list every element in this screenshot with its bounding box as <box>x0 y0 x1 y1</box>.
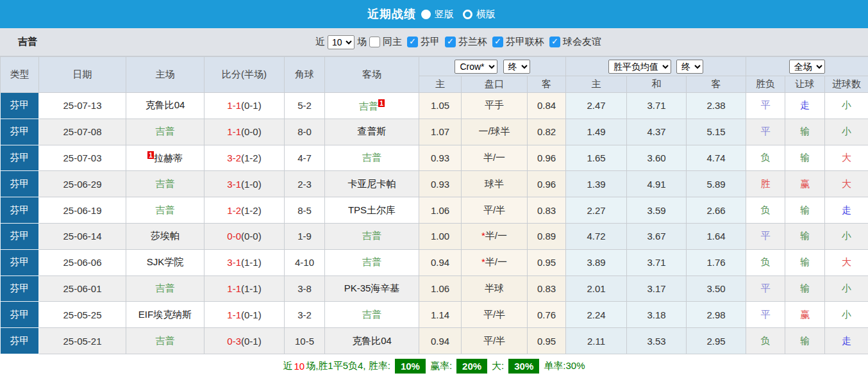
league1-label[interactable]: 芬甲 <box>421 36 440 48</box>
avg-away-odds: 2.38 <box>687 93 746 119</box>
same-home-label[interactable]: 同主 <box>383 36 402 48</box>
fulltime-score: 1-1 <box>227 126 241 137</box>
score-cell: 3-1(1-1) <box>204 249 285 275</box>
col-header-home: 主场 <box>126 57 204 93</box>
horizontal-layout-radio[interactable] <box>463 10 472 19</box>
home-team-name[interactable]: EIF埃克纳斯 <box>138 309 192 320</box>
leaguecup-checkbox[interactable] <box>492 37 503 47</box>
away-team-name[interactable]: 吉普 <box>362 309 381 320</box>
away-team-cell[interactable]: 吉普1 <box>325 93 419 119</box>
avg-select-group: 胜平负均值 终 <box>566 57 746 76</box>
horizontal-layout-label[interactable]: 横版 <box>476 8 496 21</box>
away-team-cell[interactable]: 吉普 <box>325 302 419 328</box>
friendly-checkbox[interactable] <box>549 37 560 47</box>
layout-radio-group: 竖版 横版 <box>421 8 501 21</box>
home-team-cell[interactable]: 吉普 <box>126 197 204 224</box>
home-team-name[interactable]: SJK学院 <box>147 256 184 267</box>
league1-checkbox[interactable] <box>407 37 418 47</box>
home-team-name[interactable]: 莎埃帕 <box>151 230 179 241</box>
vertical-layout-label[interactable]: 竖版 <box>435 8 454 21</box>
home-team-name[interactable]: 吉普 <box>156 126 175 136</box>
away-team-name[interactable]: 克鲁比04 <box>352 335 392 346</box>
avg-away-odds: 5.89 <box>687 171 746 197</box>
home-team-cell[interactable]: EIF埃克纳斯 <box>126 302 204 328</box>
home-team-cell[interactable]: 莎埃帕 <box>126 223 204 249</box>
away-team-cell[interactable]: 吉普 <box>325 249 419 275</box>
league-cell: 芬甲 <box>1 119 39 145</box>
away-team-cell[interactable]: 吉普 <box>325 145 419 171</box>
home-team-name[interactable]: 吉普 <box>156 283 175 293</box>
handicap-cell: 半球 <box>462 275 528 302</box>
fulltime-score: 1-1 <box>227 100 241 111</box>
col-header-corner: 角球 <box>285 57 325 93</box>
avg-draw-odds: 3.53 <box>627 328 687 354</box>
recent-count-select[interactable]: 10 <box>328 35 355 49</box>
leaguecup-label[interactable]: 芬甲联杯 <box>506 36 544 48</box>
cup1-checkbox[interactable] <box>445 37 456 47</box>
handicap-value: 球半 <box>485 178 504 189</box>
cup1-label[interactable]: 芬兰杯 <box>458 36 487 48</box>
games-label: 场 <box>357 36 367 48</box>
bookmaker-stage-select[interactable]: 终 <box>503 60 530 74</box>
home-team-cell[interactable]: 吉普 <box>126 275 204 302</box>
crow-away-odds: 0.96 <box>528 171 566 197</box>
vertical-layout-radio[interactable] <box>421 10 431 19</box>
away-team-name[interactable]: 吉普 <box>362 256 381 267</box>
handicap-cell: 一/球半 <box>462 119 528 145</box>
away-team-name[interactable]: PK-35海辛基 <box>344 283 400 293</box>
result-handicap-cell: 赢 <box>785 302 825 328</box>
away-team-cell[interactable]: TPS土尔库 <box>325 197 419 224</box>
home-team-name[interactable]: 吉普 <box>156 204 175 215</box>
avg-odds-select[interactable]: 胜平负均值 <box>608 60 671 74</box>
result-wdl-cell: 负 <box>746 249 785 275</box>
date-cell: 25-06-14 <box>39 223 126 249</box>
handicap-value: 一/球半 <box>478 126 510 136</box>
table-row: 芬甲 25-06-19 吉普 1-2(1-2) 8-5 TPS土尔库 1.06 … <box>1 197 868 224</box>
away-team-cell[interactable]: 吉普 <box>325 223 419 249</box>
col-header-date: 日期 <box>39 57 126 93</box>
same-home-checkbox[interactable] <box>369 37 380 47</box>
away-team-name[interactable]: 吉普 <box>362 230 381 241</box>
scope-select[interactable]: 全场 <box>789 60 825 74</box>
away-team-cell[interactable]: 克鲁比04 <box>325 328 419 354</box>
away-team-name[interactable]: TPS土尔库 <box>348 204 396 215</box>
avg-home-odds: 1.65 <box>566 145 627 171</box>
away-team-name[interactable]: 查普斯 <box>358 126 387 136</box>
result-wdl-cell: 平 <box>746 223 785 249</box>
away-team-name[interactable]: 吉普 <box>359 101 378 111</box>
avg-stage-select[interactable]: 终 <box>676 60 703 74</box>
avg-away-odds: 1.64 <box>687 223 746 249</box>
away-team-name[interactable]: 卡亚尼卡帕 <box>348 178 396 189</box>
halftime-score: (1-2) <box>241 205 262 216</box>
title-bar: 近期战绩 竖版 横版 <box>0 0 868 28</box>
home-team-name[interactable]: 吉普 <box>156 335 175 346</box>
away-team-cell[interactable]: 查普斯 <box>325 119 419 145</box>
result-wdl-cell: 平 <box>746 275 785 302</box>
home-team-cell[interactable]: 克鲁比04 <box>126 93 204 119</box>
corner-cell: 3-8 <box>285 275 325 302</box>
home-team-cell[interactable]: 吉普 <box>126 119 204 145</box>
home-team-name[interactable]: 克鲁比04 <box>146 99 185 110</box>
home-team-cell[interactable]: SJK学院 <box>126 249 204 275</box>
home-team-cell[interactable]: 1拉赫蒂 <box>126 145 204 171</box>
score-cell: 0-0(0-0) <box>204 223 285 249</box>
date-cell: 25-07-08 <box>39 119 126 145</box>
home-team-name[interactable]: 吉普 <box>156 178 175 189</box>
halftime-score: (0-1) <box>241 336 262 347</box>
home-team-name[interactable]: 拉赫蒂 <box>154 152 183 163</box>
subcol-result-wdl: 胜负 <box>746 76 785 93</box>
handicap-cell: 平/半 <box>462 328 528 354</box>
away-team-cell[interactable]: 卡亚尼卡帕 <box>325 171 419 197</box>
away-team-cell[interactable]: PK-35海辛基 <box>325 275 419 302</box>
away-team-name[interactable]: 吉普 <box>362 152 381 163</box>
avg-home-odds: 2.24 <box>566 302 627 328</box>
avg-home-odds: 1.39 <box>566 171 627 197</box>
subcol-handicap: 盘口 <box>462 76 528 93</box>
crow-away-odds: 0.84 <box>528 93 566 119</box>
bookmaker-select[interactable]: Crow* <box>455 60 497 74</box>
friendly-label[interactable]: 球会友谊 <box>563 36 601 48</box>
date-cell: 25-06-01 <box>39 275 126 302</box>
home-team-cell[interactable]: 吉普 <box>126 171 204 197</box>
home-team-cell[interactable]: 吉普 <box>126 328 204 354</box>
avg-away-odds: 4.74 <box>687 145 746 171</box>
